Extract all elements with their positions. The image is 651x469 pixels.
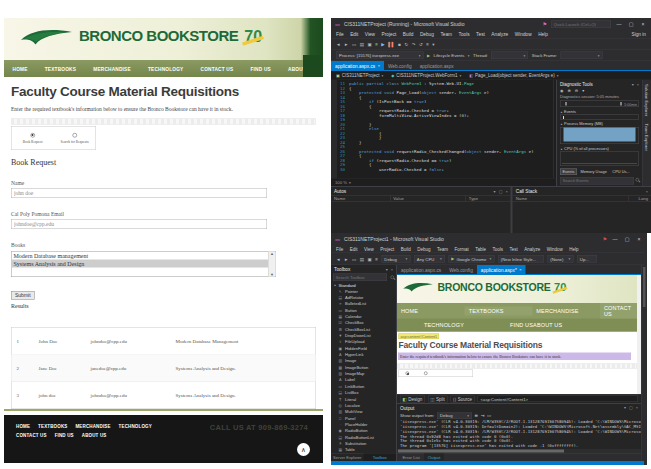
start-debugging-button[interactable]: ▶ Google Chrome ▾ [448, 255, 494, 263]
diag-toolbar-icon[interactable]: ▾ [582, 88, 584, 93]
toolbar-icon[interactable]: ◄ [336, 42, 340, 47]
output-hscrollbar[interactable] [397, 449, 641, 453]
code-editor[interactable]: 11public partial class WebForm1 : System… [331, 80, 556, 178]
nav-link[interactable]: MERCHANDISE [532, 306, 600, 315]
close-icon[interactable]: × [519, 267, 521, 272]
configuration-dropdown[interactable]: Debug ▾ [381, 255, 410, 263]
minimize-button[interactable]: — [611, 236, 619, 242]
chevron-down-icon[interactable]: ▾ [624, 406, 626, 411]
solution-explorer-tab[interactable]: Solution Explorer [644, 84, 649, 116]
submit-button[interactable]: Submit [11, 291, 35, 300]
toolbox-tab[interactable]: Toolbox [364, 454, 397, 462]
menu-item[interactable]: Table [475, 246, 486, 251]
diag-search-input[interactable] [560, 177, 634, 185]
menu-item[interactable]: View [365, 32, 375, 38]
chevron-down-icon[interactable]: ▾ [386, 267, 388, 272]
menu-item[interactable]: File [336, 246, 343, 251]
toolbar-icon[interactable]: ↻ [404, 42, 408, 47]
asp-content-tag[interactable]: asp:content#Content1 [399, 334, 440, 340]
scroll-up-icon[interactable]: ▲ [270, 252, 274, 257]
menu-item[interactable]: Build [401, 246, 411, 251]
tab-web-config[interactable]: Web.config [445, 265, 477, 274]
menu-item[interactable]: Build [403, 32, 414, 38]
site-logo[interactable]: BRONCO BOOKSTORE 70 [19, 26, 262, 46]
listbox-scrollbar[interactable]: ▲ ▼ [268, 252, 276, 277]
radio-unselected-icon[interactable] [72, 133, 77, 138]
nav-link[interactable]: MERCHANDISE [93, 66, 131, 72]
notifications-flag-icon[interactable]: ⚑ [603, 236, 607, 242]
delete-icon[interactable]: ▭ [487, 413, 491, 418]
memory-section-header[interactable]: Process Memory (MB) [564, 121, 603, 126]
triangle-up-icon[interactable]: ▲ [560, 110, 563, 113]
book-option-selected[interactable]: Systems Analysis and Design [12, 260, 276, 268]
book-request-radio[interactable]: Book Request [12, 127, 54, 150]
preview-intro-selected[interactable]: Enter the required textbook's informatio… [398, 353, 631, 361]
server-explorer-tab[interactable]: Server Explorer [331, 454, 364, 462]
clear-output-icon[interactable]: ≣ [474, 413, 478, 418]
autos-body[interactable] [331, 202, 511, 233]
sign-in-link[interactable]: Sign in [631, 32, 646, 38]
menu-item[interactable]: Window [547, 246, 563, 251]
diag-tab-cpu[interactable]: CPU Us... [610, 169, 631, 175]
nav-link[interactable]: TEXTBOOKS [45, 66, 76, 72]
menu-item[interactable]: View [364, 246, 374, 251]
toolbox-item[interactable]: ▦ Table [331, 447, 396, 453]
maximize-button[interactable]: ▢ [627, 21, 635, 27]
footer-link[interactable]: TEXTBOOKS [38, 424, 67, 429]
menu-item[interactable]: Debug [420, 32, 434, 38]
diag-toolbar-icon[interactable]: ⊕ [567, 88, 570, 93]
team-explorer-tab[interactable]: Team Explorer [644, 123, 649, 150]
title-bar[interactable]: ∞ CIS311NETProject1 - Microsoft Visual S… [331, 233, 647, 245]
nav-link[interactable]: TECHNOLOGY [148, 66, 184, 72]
toolbar-icon[interactable]: ► [344, 42, 348, 47]
diag-tab-memory[interactable]: Memory Usage [578, 169, 608, 175]
menu-item[interactable]: Team [437, 246, 448, 251]
menu-item[interactable]: Project [380, 246, 394, 251]
close-icon[interactable]: × [636, 406, 638, 411]
menu-item[interactable]: Tools [459, 32, 470, 38]
preview-radio-group[interactable] [398, 370, 473, 378]
close-button[interactable]: × [635, 236, 643, 242]
close-icon[interactable]: × [378, 63, 380, 68]
menu-item[interactable]: Team [440, 32, 452, 38]
toolbar-icon[interactable]: ≡ [375, 256, 378, 261]
menu-item[interactable]: Help [538, 32, 548, 38]
footer-link[interactable]: HOME [16, 424, 30, 429]
tab-web-config[interactable]: Web.config [384, 61, 416, 70]
column-header[interactable]: Value [390, 196, 465, 202]
toolbar-icon[interactable]: ► [344, 256, 348, 261]
nav-link[interactable]: CONTACT US [600, 303, 637, 319]
nav-link[interactable]: HOME [13, 66, 28, 72]
title-bar[interactable]: ∞ CIS311NETProject (Running) - Microsoft… [331, 18, 651, 30]
quick-launch-input[interactable] [551, 20, 611, 28]
tab-application-aspx[interactable]: application.aspx* × [477, 265, 526, 274]
tag-navigator[interactable]: <asp:Content#Content1> [478, 396, 638, 403]
cpu-section-header[interactable]: CPU (% of all processors) [564, 146, 609, 151]
font-dropdown[interactable]: (None) ▾ [547, 255, 573, 263]
toolbar-icon[interactable]: ≡ [426, 42, 429, 47]
toolbar-icon[interactable]: ▤ [360, 42, 364, 47]
thread-dropdown[interactable]: ▾ [491, 52, 528, 60]
lifecycle-events-dropdown[interactable]: Lifecycle Events [434, 53, 465, 58]
menu-item[interactable]: Test [510, 246, 518, 251]
search-requests-radio[interactable]: Search for Requests [54, 127, 96, 150]
collapsed-right-panel[interactable] [641, 265, 647, 461]
maximize-icon[interactable]: ▢ [499, 189, 503, 194]
design-view-button[interactable]: ◧Design [400, 395, 425, 402]
toolbar-icon[interactable]: ▶ [381, 42, 384, 47]
menu-item[interactable]: Format [454, 246, 468, 251]
book-option[interactable]: Modern Database management [12, 252, 276, 260]
call-stack-body[interactable] [513, 202, 651, 233]
close-icon[interactable]: × [637, 82, 639, 87]
menu-item[interactable]: Project [382, 32, 397, 38]
toolbox-group-header[interactable]: Standard [338, 282, 355, 287]
nav-link[interactable]: FIND US [250, 66, 270, 72]
nav-link[interactable]: HOME [397, 306, 465, 315]
split-view-button[interactable]: ◫Split [428, 395, 448, 402]
toolbar-icon[interactable]: ↷ [412, 42, 416, 47]
method-dropdown[interactable]: ◧ Page_Load(object sender, EventArgs e) … [469, 73, 558, 78]
menu-item[interactable]: File [336, 32, 344, 38]
toolbar-icon[interactable]: ≡ [375, 42, 378, 47]
menu-item[interactable]: Tools [493, 246, 504, 251]
toolbar-icon[interactable]: ↺ [419, 42, 423, 47]
